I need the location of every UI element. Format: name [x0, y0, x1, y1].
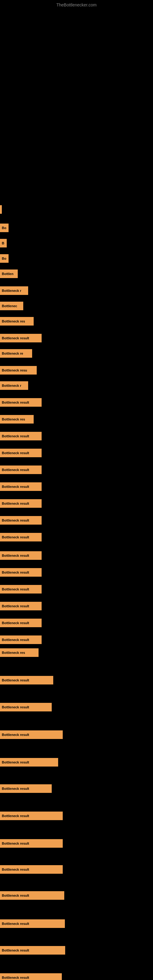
- bar-row: Bottleneck result: [0, 839, 153, 849]
- bar-row: Bottleneck result: [0, 466, 153, 475]
- bar-row: Bottleneck result: [0, 758, 153, 768]
- bar-row: Bottleneck result: [0, 551, 153, 561]
- bottleneck-bar: Bottleneck result: [0, 676, 53, 684]
- bottleneck-bar: Bottleneck result: [0, 482, 41, 491]
- bar-row: Bottleneck result: [0, 703, 153, 713]
- bottleneck-bar: Bottleneck result: [0, 466, 41, 474]
- bar-row: Bottleneck result: [0, 635, 153, 645]
- bar-row: Bo: [0, 224, 153, 233]
- bottleneck-bar: Bottleneck result: [0, 449, 41, 457]
- bar-row: [0, 205, 153, 215]
- bottleneck-bar: Bottleneck result: [0, 973, 62, 980]
- bottleneck-bar: B: [0, 239, 7, 247]
- bar-row: Bottlenec: [0, 302, 153, 312]
- bar-row: Bottleneck resu: [0, 366, 153, 376]
- bottleneck-bar: Bottleneck result: [0, 398, 41, 407]
- bottleneck-bar: Bottleneck result: [0, 920, 65, 928]
- bottleneck-bar: Bottleneck result: [0, 758, 58, 767]
- bar-row: Bottleneck result: [0, 568, 153, 578]
- bottleneck-bar: Bottleneck result: [0, 703, 52, 711]
- bottleneck-bar: Bottleneck result: [0, 432, 41, 441]
- bottleneck-bar: Bottleneck result: [0, 946, 65, 955]
- bar-row: Bottleneck result: [0, 533, 153, 542]
- bar-row: Bottleneck r: [0, 286, 153, 296]
- bottleneck-bar: Bo: [0, 224, 9, 232]
- bottleneck-bar: Bottleneck result: [0, 784, 52, 793]
- bar-row: Bottlen: [0, 269, 153, 279]
- bar-row: Bottleneck result: [0, 676, 153, 686]
- bar-row: Bottleneck result: [0, 973, 153, 980]
- bar-row: Bottleneck result: [0, 432, 153, 442]
- bar-row: Bottleneck result: [0, 865, 153, 875]
- bottleneck-bar: Bo: [0, 254, 9, 263]
- bar-row: Bottleneck result: [0, 891, 153, 901]
- bar-row: Bottleneck result: [0, 499, 153, 509]
- bar-row: Bottleneck result: [0, 482, 153, 492]
- bottleneck-bar: Bottlen: [0, 269, 18, 278]
- bar-row: Bottleneck r: [0, 381, 153, 391]
- bottleneck-bar: Bottleneck result: [0, 865, 63, 874]
- bar-row: Bottleneck result: [0, 730, 153, 740]
- bar-row: Bottleneck res: [0, 317, 153, 327]
- bottleneck-bar: Bottleneck result: [0, 730, 63, 739]
- bar-row: B: [0, 239, 153, 249]
- bar-row: Bottleneck result: [0, 784, 153, 794]
- site-title: TheBottlenecker.com: [56, 2, 97, 7]
- bottleneck-bar: Bottleneck result: [0, 602, 41, 610]
- bar-row: Bottleneck result: [0, 398, 153, 408]
- bottleneck-bar: [0, 205, 2, 214]
- bottleneck-bar: Bottleneck result: [0, 891, 64, 900]
- bottleneck-bar: Bottleneck result: [0, 551, 41, 560]
- bottleneck-bar: Bottleneck result: [0, 811, 63, 820]
- bar-row: Bottleneck result: [0, 516, 153, 526]
- bar-row: Bottleneck result: [0, 602, 153, 612]
- bottleneck-bar: Bottleneck res: [0, 648, 38, 657]
- bottleneck-bar: Bottleneck result: [0, 334, 41, 342]
- bar-row: Bottleneck result: [0, 811, 153, 821]
- bar-row: Bottleneck res: [0, 415, 153, 425]
- bar-row: Bottleneck re: [0, 349, 153, 359]
- bottleneck-bar: Bottleneck r: [0, 381, 28, 390]
- bottleneck-bar: Bottleneck r: [0, 286, 28, 295]
- bottleneck-bar: Bottleneck result: [0, 516, 41, 525]
- bottleneck-bar: Bottleneck result: [0, 499, 41, 508]
- bar-row: Bottleneck result: [0, 334, 153, 344]
- bar-row: Bottleneck result: [0, 619, 153, 628]
- bottleneck-bar: Bottleneck result: [0, 839, 63, 848]
- bar-row: Bottleneck result: [0, 946, 153, 956]
- bar-row: Bottleneck result: [0, 585, 153, 595]
- bottleneck-bar: Bottleneck result: [0, 585, 41, 593]
- bottleneck-bar: Bottleneck result: [0, 568, 41, 577]
- bottleneck-bar: Bottleneck result: [0, 533, 41, 541]
- bar-row: Bottleneck result: [0, 920, 153, 929]
- bar-row: Bottleneck result: [0, 449, 153, 458]
- bottleneck-bar: Bottleneck re: [0, 349, 32, 358]
- bottleneck-bar: Bottleneck res: [0, 415, 33, 423]
- bottleneck-bar: Bottleneck res: [0, 317, 33, 326]
- bar-row: Bo: [0, 254, 153, 264]
- bottleneck-bar: Bottlenec: [0, 302, 23, 310]
- bar-row: Bottleneck res: [0, 648, 153, 658]
- bottleneck-bar: Bottleneck result: [0, 619, 41, 627]
- bottleneck-bar: Bottleneck result: [0, 635, 41, 644]
- bottleneck-bar: Bottleneck resu: [0, 366, 37, 375]
